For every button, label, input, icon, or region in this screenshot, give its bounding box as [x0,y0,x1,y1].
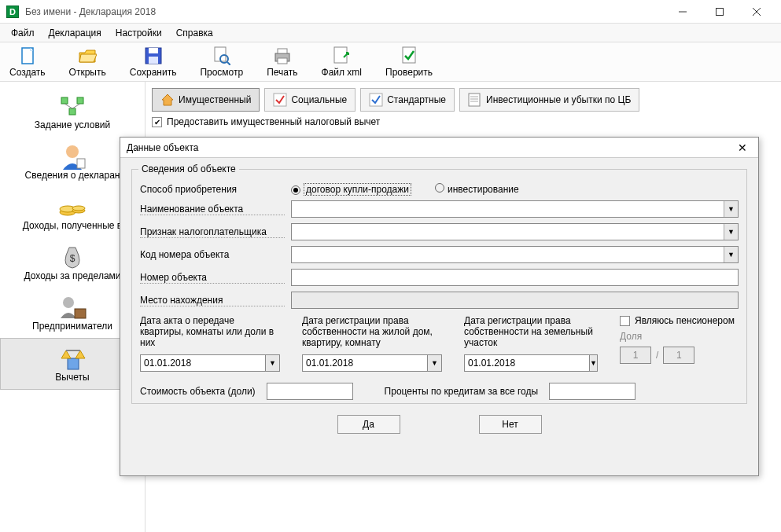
tab-label: Стандартные [387,94,446,105]
toolbar-xml[interactable]: Файл xml [320,45,364,79]
date-reg-land-input[interactable]: ▼ [464,354,598,372]
svg-text:$: $ [70,253,76,264]
toolbar-open[interactable]: Открыть [68,45,108,79]
provide-checkbox-row[interactable]: ✔ Предоставить имущественный налоговый в… [152,116,775,127]
save-icon [144,46,163,65]
toolbar-new-label: Создать [9,67,46,78]
cost-input[interactable] [267,383,353,400]
svg-rect-17 [77,97,83,104]
sidebar-label: Задание условий [35,119,110,130]
tab-property[interactable]: Имущественный [152,88,260,112]
open-icon [78,46,97,65]
provide-label: Предоставить имущественный налоговый выч… [167,116,380,127]
cost-label: Стоимость объекта (доли) [140,386,256,397]
deductions-icon [55,345,90,372]
chevron-down-icon: ▼ [724,224,738,240]
svg-line-19 [64,104,72,108]
toolbar-check-label: Проверить [385,67,433,78]
print-icon [273,46,292,65]
date-act-field[interactable] [140,354,266,372]
svg-point-26 [72,206,85,211]
window-title: Без имени - Декларация 2018 [25,6,665,17]
tab-label: Имущественный [179,94,251,105]
taxpayer-combo[interactable]: ▼ [291,223,739,240]
svg-rect-29 [75,309,86,318]
close-button[interactable] [739,0,775,24]
pensioner-checkbox[interactable]: Являюсь пенсионером [620,315,739,326]
date-act-label: Дата акта о передаче квартиры, комнаты и… [140,315,280,350]
svg-rect-7 [149,57,158,64]
sidebar-label: Доходы за пределами [24,270,120,281]
date-reg-house-field[interactable] [302,354,428,372]
conditions-icon [55,93,90,119]
tab-label: Социальные [291,94,347,105]
sidebar-label: Предприниматели [32,321,112,332]
chevron-down-icon: ▼ [266,354,280,372]
maximize-button[interactable] [702,0,738,24]
tick-red-icon [273,93,287,107]
menu-settings[interactable]: Настройки [109,25,168,41]
svg-rect-34 [469,94,480,106]
coins-icon [55,193,90,220]
menu-help[interactable]: Справка [170,25,219,41]
svg-rect-12 [278,49,287,53]
toolbar: Создать Открыть Сохранить Просмотр Печат… [0,42,781,82]
method-label: Способ приобретения [140,184,285,195]
menu-declaration[interactable]: Декларация [42,25,108,41]
object-name-combo[interactable]: ▼ [291,200,739,218]
toolbar-save[interactable]: Сохранить [128,45,179,79]
toolbar-save-label: Сохранить [130,67,177,78]
svg-line-10 [227,62,230,65]
tab-standard[interactable]: Стандартные [360,88,455,112]
minimize-button[interactable] [665,0,701,24]
toolbar-new[interactable]: Создать [8,45,47,79]
no-button[interactable]: Нет [479,415,542,434]
radio-contract[interactable]: договор купли-продажи [291,184,411,195]
person-icon [55,143,90,170]
titlebar: D Без имени - Декларация 2018 [0,0,781,24]
toolbar-xml-label: Файл xml [322,67,363,78]
dialog-close-button[interactable]: ✕ [733,140,752,156]
date-act-input[interactable]: ▼ [140,354,280,372]
date-reg-house-label: Дата регистрации права собственности на … [302,315,442,350]
svg-rect-33 [370,94,382,106]
app-icon: D [6,6,19,18]
radio-icon [435,183,444,193]
svg-rect-16 [61,97,68,104]
svg-rect-30 [68,358,79,369]
dialog-title-text: Данные объекта [127,142,733,153]
code-number-label: Код номера объекта [140,249,285,260]
sidebar-label: Вычеты [55,372,89,383]
code-number-combo[interactable]: ▼ [291,246,739,263]
checkbox-icon: ✔ [152,117,162,127]
chevron-down-icon: ▼ [724,247,738,262]
svg-point-28 [63,297,74,308]
toolbar-print-label: Печать [267,67,297,78]
toolbar-preview[interactable]: Просмотр [198,45,245,79]
radio-invest[interactable]: инвестирование [435,183,519,195]
chevron-down-icon: ▼ [590,354,598,372]
xml-icon [332,46,351,65]
checkbox-icon [620,316,630,326]
toolbar-check[interactable]: Проверить [384,45,434,79]
groupbox-title: Сведения об объекте [138,163,239,174]
credit-input[interactable] [549,383,635,400]
tab-label: Инвестиционные и убытки по ЦБ [486,94,631,105]
toolbar-print[interactable]: Печать [265,45,299,79]
tab-social[interactable]: Социальные [264,88,356,112]
object-number-input[interactable] [291,269,739,286]
date-reg-house-input[interactable]: ▼ [302,354,442,372]
toolbar-preview-label: Просмотр [200,67,243,78]
svg-rect-32 [274,94,286,106]
house-icon [160,93,175,107]
location-label: Место нахождения [140,295,285,306]
new-icon [18,46,37,65]
sidebar-item-conditions[interactable]: Задание условий [0,86,145,137]
menu-file[interactable]: Файл [5,25,41,41]
tab-invest[interactable]: Инвестиционные и убытки по ЦБ [459,88,639,112]
check-icon [400,46,418,65]
yes-button[interactable]: Да [337,415,400,434]
sidebar-label: Сведения о декларан [25,170,120,181]
date-reg-land-field[interactable] [464,354,590,372]
radio-icon [291,185,300,195]
